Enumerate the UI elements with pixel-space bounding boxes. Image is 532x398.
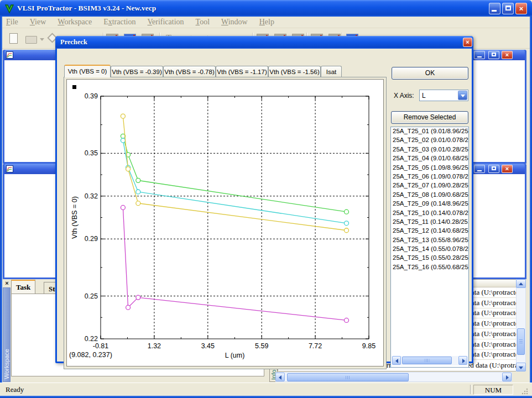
tab-vth-vbs--1.56-[interactable]: Vth (VBS = -1.56)	[268, 66, 321, 77]
log-vscroll-thumb[interactable]	[517, 328, 525, 355]
status-separator	[470, 385, 471, 394]
minimize-icon	[477, 170, 482, 171]
list-item[interactable]: 25A_T25_06 (1.09/0.078/25	[391, 172, 468, 181]
list-item[interactable]: 25A_T25_15 (0.55/0.28/25.	[391, 254, 468, 263]
ok-button[interactable]: OK	[392, 67, 468, 80]
menu-view[interactable]: View	[30, 18, 46, 27]
list-item[interactable]: 25A_T25_02 (9.01/0.078/25	[391, 136, 468, 145]
close-button[interactable]: ×	[502, 165, 513, 173]
remove-selected-button[interactable]: Remove Selected	[391, 111, 468, 124]
tab-page: -0.811.323.455.597.729.850.390.350.320.2…	[64, 77, 387, 369]
list-item[interactable]: 25A_T25_10 (0.14/0.078/25	[391, 209, 468, 218]
scroll-right-button[interactable]	[502, 373, 512, 381]
series-magenta-point	[345, 318, 349, 322]
close-icon: ×	[466, 39, 469, 45]
log-hscroll-thumb[interactable]	[287, 373, 409, 381]
tab-isat[interactable]: Isat	[321, 66, 342, 77]
maximize-button[interactable]	[502, 3, 514, 14]
x-tick-label: 9.85	[362, 342, 375, 350]
series-green-point	[136, 178, 140, 182]
window-title: VLSI ProTractor - BSIM3 v3.24 - New.vecp	[17, 4, 156, 13]
y-tick-label: 0.32	[85, 192, 98, 200]
series-magenta-point	[136, 295, 140, 300]
vth-vs-l-chart[interactable]: -0.811.323.455.597.729.850.390.350.320.2…	[67, 80, 383, 366]
log-row-message: ata (U:\protracto	[471, 319, 516, 328]
tab-vth-vbs-0-[interactable]: Vth (VBS = 0)	[64, 65, 111, 77]
list-item[interactable]: 25A_T25_01 (9.01/8.96/25.	[391, 127, 468, 136]
y-tick-label: 0.25	[85, 292, 98, 300]
list-item[interactable]: 25A_T25_14 (0.55/0.078/25	[391, 245, 468, 254]
arrow-right-icon	[506, 375, 509, 380]
list-item[interactable]: 25A_T25_16 (0.55/0.68/25.	[391, 263, 468, 272]
series-cyan-line	[123, 140, 346, 223]
arrow-down-icon	[519, 366, 523, 369]
chart-window-icon	[6, 51, 13, 59]
menu-tool[interactable]: Tool	[196, 18, 210, 27]
application-window: VLSI ProTractor - BSIM3 v3.24 - New.vecp…	[0, 0, 532, 398]
open-file-icon	[25, 36, 37, 44]
list-item[interactable]: 25A_T25_12 (0.14/0.68/25.	[391, 227, 468, 235]
new-document-icon[interactable]	[7, 32, 21, 46]
list-item[interactable]: 25A_T25_03 (9.01/0.28/25.	[391, 145, 468, 154]
list-item[interactable]: 25A_T25_13 (0.55/8.96/25.	[391, 236, 468, 245]
scroll-down-button[interactable]	[516, 363, 526, 371]
log-vertical-scrollbar[interactable]	[516, 279, 526, 371]
series-cyan-point	[121, 138, 125, 143]
scroll-left-button[interactable]	[275, 373, 285, 381]
dataset-listbox[interactable]: 25A_T25_01 (9.01/8.96/25.25A_T25_02 (9.0…	[390, 127, 469, 368]
scroll-left-button[interactable]	[392, 356, 401, 365]
minimize-button[interactable]	[474, 165, 485, 173]
dialog-close-button[interactable]: ×	[463, 38, 472, 47]
list-item[interactable]: 25A_T25_05 (1.09/8.96/25.	[391, 164, 468, 172]
menu-workspace[interactable]: Workspace	[58, 18, 92, 27]
minimize-button[interactable]	[474, 51, 485, 59]
series-magenta-point	[126, 305, 131, 310]
x-axis-title: L (um)	[225, 352, 245, 359]
series-magenta-line	[123, 207, 346, 320]
new-document-icon	[9, 33, 18, 44]
dialog-titlebar[interactable]: Precheck ×	[55, 36, 473, 49]
resize-grip[interactable]	[521, 387, 529, 395]
listbox-hscroll-thumb[interactable]	[402, 357, 452, 364]
series-magenta-point	[121, 205, 125, 210]
combobox-dropdown-button[interactable]	[458, 91, 467, 100]
list-item[interactable]: 25A_T25_11 (0.14/0.28/25.	[391, 218, 468, 227]
menu-help[interactable]: Help	[259, 18, 274, 27]
menu-window[interactable]: Window	[221, 18, 248, 27]
list-item[interactable]: 25A_T25_08 (1.09/0.68/25.	[391, 191, 468, 200]
series-cyan-point	[345, 221, 349, 226]
tab-task[interactable]: Task	[11, 280, 35, 294]
open-file-icon[interactable]	[24, 32, 39, 46]
arrow-up-icon	[519, 282, 523, 285]
chart-panel[interactable]: -0.811.323.455.597.729.850.390.350.320.2…	[66, 79, 384, 366]
window-frame-bottom	[0, 396, 532, 398]
series-green-point	[345, 210, 349, 214]
scroll-right-button[interactable]	[458, 356, 467, 365]
list-item[interactable]: 25A_T25_07 (1.09/0.28/25.	[391, 181, 468, 190]
scroll-up-button[interactable]	[516, 279, 526, 288]
menu-extraction[interactable]: Extraction	[103, 18, 135, 27]
list-item[interactable]: 25A_T25_04 (9.01/0.68/25.	[391, 154, 468, 163]
close-button[interactable]: ×	[515, 3, 527, 14]
tab-vth-vbs--0.78-[interactable]: Vth (VBS = -0.78)	[163, 66, 216, 77]
maximize-icon	[492, 166, 496, 170]
menu-verification[interactable]: Verification	[147, 18, 184, 27]
maximize-button[interactable]	[488, 51, 499, 59]
workspace-close-button[interactable]: ×	[3, 280, 11, 287]
tab-vth-vbs--1.17-[interactable]: Vth (VBS = -1.17)	[216, 66, 268, 77]
log-row-message: ata (U:\protracto	[471, 298, 516, 307]
x-tick-label: 5.59	[255, 342, 268, 350]
list-item[interactable]: 25A_T25_09 (0.14/8.96/25.	[391, 200, 468, 208]
listbox-horizontal-scrollbar[interactable]	[392, 356, 468, 365]
thumb-grip-icon	[346, 376, 351, 379]
menu-file[interactable]: File	[6, 18, 18, 27]
maximize-button[interactable]	[488, 165, 499, 173]
y-tick-label: 0.22	[85, 335, 98, 343]
status-message: Ready	[6, 385, 24, 394]
close-button[interactable]: ×	[502, 51, 513, 59]
series-cyan-point	[136, 190, 140, 194]
minimize-button[interactable]	[489, 3, 500, 14]
x-axis-combobox[interactable]: L	[419, 90, 468, 101]
maximize-icon	[505, 6, 511, 11]
tab-vth-vbs--0.39-[interactable]: Vth (VBS = -0.39)	[111, 66, 163, 77]
